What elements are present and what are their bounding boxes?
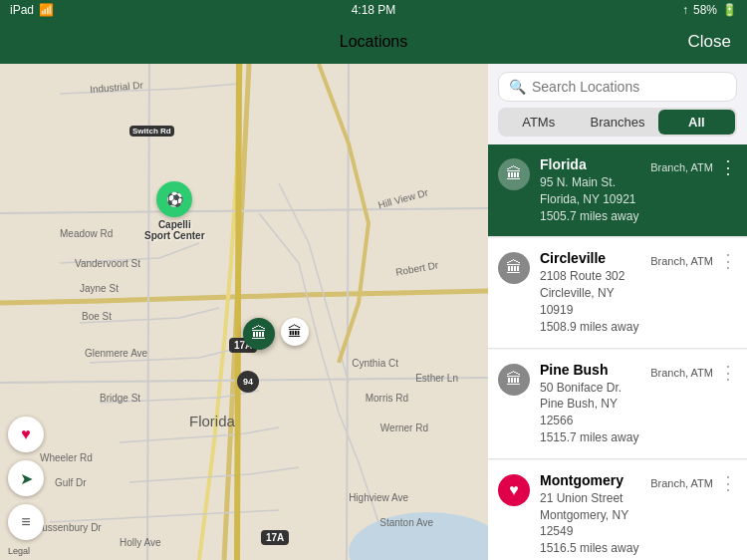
search-icon: 🔍: [509, 79, 526, 95]
location-address: 2108 Route 302Circleville, NY 109191508.…: [540, 268, 640, 335]
more-button[interactable]: ⋮: [719, 472, 737, 494]
more-button[interactable]: ⋮: [719, 362, 737, 384]
search-input[interactable]: [532, 79, 726, 95]
navigation-icon: ➤: [20, 469, 33, 488]
location-type: Branch, ATM: [650, 255, 713, 267]
signal-icon: ↑: [682, 3, 688, 17]
route-94-marker: 94: [237, 371, 259, 393]
carrier-label: iPad: [10, 3, 34, 17]
favorite-button[interactable]: ♥: [8, 417, 44, 452]
search-bar: 🔍: [488, 64, 747, 108]
close-button[interactable]: Close: [688, 32, 731, 52]
battery-label: 58%: [693, 3, 717, 17]
search-input-wrap[interactable]: 🔍: [498, 72, 737, 102]
battery-icon: 🔋: [722, 3, 737, 17]
capelli-name: CapelliSport Center: [144, 219, 205, 241]
location-button[interactable]: ➤: [8, 460, 44, 496]
list-item[interactable]: ♥ Montgomery 21 Union StreetMontgomery, …: [488, 460, 747, 560]
location-address: 21 Union StreetMontgomery, NY 125491516.…: [540, 490, 640, 557]
legal-label: Legal: [8, 546, 30, 556]
location-type: Branch, ATM: [650, 477, 713, 489]
map-area[interactable]: Industrial Dr Meadow Rd Vandervoort St J…: [0, 64, 488, 560]
location-address: 50 Boniface Dr.Pine Bush, NY 125661515.7…: [540, 380, 640, 446]
capelli-place: ⚽ CapelliSport Center: [144, 181, 205, 241]
bank-icon: 🏛: [498, 158, 530, 190]
list-icon: ≡: [21, 513, 30, 531]
route-sign-top: Switch Rd: [129, 126, 174, 137]
pin-branch-1[interactable]: 🏛: [281, 318, 309, 346]
list-item[interactable]: 🏛 Pine Bush 50 Boniface Dr.Pine Bush, NY…: [488, 350, 747, 459]
wifi-icon: 📶: [39, 3, 54, 17]
heart-icon: ♥: [21, 425, 31, 443]
route-17a-bottom-marker: 17A: [261, 530, 289, 545]
filter-all[interactable]: All: [658, 110, 735, 135]
location-name: Florida: [540, 156, 640, 172]
list-button[interactable]: ≡: [8, 504, 44, 540]
location-address: 95 N. Main St.Florida, NY 109211505.7 mi…: [540, 174, 640, 224]
right-panel: 🔍 ATMs Branches All 🏛 Florida 95 N. Main…: [488, 64, 747, 560]
location-name: Circleville: [540, 250, 640, 266]
pin-florida-selected[interactable]: 🏛: [243, 318, 275, 350]
location-type: Branch, ATM: [650, 161, 713, 173]
bank-icon: 🏛: [498, 364, 530, 396]
capelli-icon: ⚽: [156, 181, 192, 217]
list-item[interactable]: 🏛 Florida 95 N. Main St.Florida, NY 1092…: [488, 144, 747, 237]
location-type: Branch, ATM: [650, 367, 713, 379]
heart-icon: ♥: [498, 474, 530, 506]
status-bar: iPad 📶 4:18 PM ↑ 58% 🔋: [0, 0, 747, 20]
filter-tabs: ATMs Branches All: [498, 108, 737, 137]
florida-map-label: Florida: [189, 413, 235, 429]
bank-icon: 🏛: [498, 252, 530, 284]
location-name: Montgomery: [540, 472, 640, 488]
nav-bar: Locations Close: [0, 20, 747, 64]
more-button[interactable]: ⋮: [719, 156, 737, 178]
map-controls: ♥ ➤ ≡: [8, 417, 44, 540]
location-name: Pine Bush: [540, 362, 640, 378]
location-list[interactable]: 🏛 Florida 95 N. Main St.Florida, NY 1092…: [488, 144, 747, 560]
time-label: 4:18 PM: [352, 3, 396, 17]
filter-atm[interactable]: ATMs: [500, 110, 577, 135]
more-button[interactable]: ⋮: [719, 250, 737, 272]
list-item[interactable]: 🏛 Circleville 2108 Route 302Circleville,…: [488, 238, 747, 348]
nav-title: Locations: [340, 33, 408, 51]
filter-branches[interactable]: Branches: [579, 110, 655, 135]
